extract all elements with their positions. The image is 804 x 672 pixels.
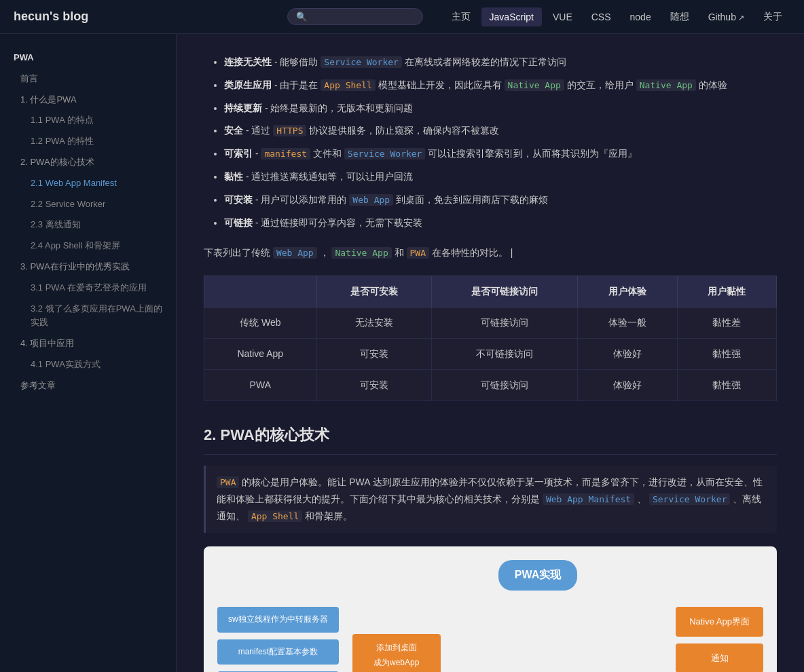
- text-installable-2: 到桌面，免去到应用商店下载的麻烦: [396, 194, 548, 205]
- table-row: PWA 可安装 可链接访问 体验好 黏性强: [204, 370, 777, 401]
- code-manifest-1: manifest: [261, 148, 310, 160]
- th-linkable: 是否可链接访问: [431, 276, 577, 307]
- keyword-indexable: 可索引: [224, 148, 253, 159]
- nav-node[interactable]: node: [622, 7, 659, 26]
- logo: hecun's blog: [14, 10, 88, 24]
- code-app-shell: App Shell: [321, 79, 375, 91]
- keyword-sticky: 黏性: [224, 171, 243, 182]
- code-pwa: PWA: [407, 247, 429, 259]
- list-item-indexable: 可索引 - manifest 文件和 Service Worker 可以让搜索引…: [224, 146, 777, 162]
- sidebar-item-pwa[interactable]: PWA: [0, 48, 176, 69]
- text-native-2: 模型基础上开发，因此应具有: [378, 79, 505, 90]
- comparison-text-2: ，: [320, 247, 329, 258]
- sidebar-item-core-tech[interactable]: 2. PWA的核心技术: [0, 152, 176, 173]
- code-https: HTTPS: [273, 125, 306, 136]
- sidebar-item-what-pwa[interactable]: 1. 什么是PWA: [0, 90, 176, 111]
- code-wam: Web App Manifest: [543, 493, 634, 505]
- td-native-ux: 体验好: [578, 338, 677, 369]
- sidebar-item-characteristics[interactable]: 1.2 PWA 的特性: [0, 131, 176, 152]
- table-row: 传统 Web 无法安装 可链接访问 体验一般 黏性差: [204, 307, 777, 338]
- diag-box-native-ui: Native App界面: [676, 607, 763, 636]
- code-service-worker-1: Service Worker: [321, 56, 402, 68]
- sidebar-item-iqiyi[interactable]: 3.1 PWA 在爱奇艺登录的应用: [0, 278, 176, 299]
- comparison-text-3: 和: [395, 247, 407, 258]
- text-sticky: - 通过推送离线通知等，可以让用户回流: [246, 171, 414, 182]
- search-bar[interactable]: 🔍: [287, 8, 423, 25]
- list-item-installable: 可安装 - 用户可以添加常用的 Web App 到桌面，免去到应用商店下载的麻烦: [224, 192, 777, 208]
- code-pwa-intro: PWA: [217, 477, 239, 488]
- sidebar-item-pwa-practice[interactable]: 4.1 PWA实践方式: [0, 354, 176, 375]
- pwa-end: 和骨架屏。: [305, 510, 352, 521]
- search-input[interactable]: [311, 12, 414, 22]
- table-row: Native App 可安装 不可链接访问 体验好 黏性强: [204, 338, 777, 369]
- list-item-sticky: 黏性 - 通过推送离线通知等，可以让用户回流: [224, 169, 777, 185]
- text-connectivity: - 能够借助: [274, 56, 321, 67]
- code-service-worker-2: Service Worker: [344, 148, 426, 160]
- nav-about[interactable]: 关于: [755, 7, 790, 27]
- td-pwa-install: 可安装: [316, 370, 431, 401]
- code-appshell: App Shell: [248, 510, 302, 522]
- text-native-1: - 由于是在: [274, 79, 321, 90]
- td-web-install: 无法安装: [316, 307, 431, 338]
- text-indexable-3: 可以让搜索引擎索引到，从而将其识别为『应用』: [428, 148, 637, 159]
- list-item-update: 持续更新 - 始终是最新的，无版本和更新问题: [224, 100, 777, 117]
- code-native-app-2: Native App: [636, 79, 696, 91]
- main-content: 连接无关性 - 能够借助 Service Worker 在离线或者网络较差的情况…: [177, 34, 804, 672]
- text-native-4: 的体验: [699, 79, 727, 90]
- feature-list: 连接无关性 - 能够借助 Service Worker 在离线或者网络较差的情况…: [204, 54, 777, 231]
- keyword-security: 安全: [224, 125, 243, 136]
- nav-vue[interactable]: VUE: [545, 7, 581, 26]
- td-native-sticky: 黏性强: [677, 338, 776, 369]
- th-empty: [204, 276, 317, 307]
- nav-home[interactable]: 主页: [443, 7, 479, 27]
- text-native-3: 的交互，给用户: [567, 79, 636, 90]
- td-web-link: 可链接访问: [431, 307, 577, 338]
- sidebar-item-project[interactable]: 4. 项目中应用: [0, 333, 176, 354]
- sidebar-item-industry[interactable]: 3. PWA在行业中的优秀实践: [0, 257, 176, 278]
- diagram-body: sw独立线程作为中转服务器 manifest配置基本参数 https建立安全链接…: [217, 607, 763, 672]
- code-sw: Service Worker: [649, 493, 731, 505]
- td-web-name: 传统 Web: [204, 307, 317, 338]
- td-web-ux: 体验一般: [578, 307, 677, 338]
- code-native-app-1: Native App: [505, 79, 564, 91]
- keyword-update: 持续更新: [224, 102, 262, 113]
- keyword-installable: 可安装: [224, 194, 253, 205]
- text-indexable-2: 文件和: [313, 148, 344, 159]
- comparison-text-4: 在各特性的对比。: [432, 247, 508, 258]
- nav-javascript[interactable]: JavaScript: [481, 7, 542, 26]
- sidebar-item-service-worker[interactable]: 2.2 Service Worker: [0, 194, 176, 215]
- diag-box-manifest: manifest配置基本参数: [217, 639, 339, 665]
- keyword-connectivity: 连接无关性: [224, 56, 272, 67]
- nav-css[interactable]: CSS: [583, 7, 619, 26]
- diagram-middle-col: 添加到桌面成为webApp 作为Chrome的子程序: [352, 607, 441, 672]
- text-installable-1: - 用户可以添加常用的: [255, 194, 349, 205]
- td-native-name: Native App: [204, 338, 317, 369]
- diag-box-sw: sw独立线程作为中转服务器: [217, 607, 339, 633]
- comparison-text-1: 下表列出了传统: [204, 247, 273, 258]
- list-item-native-like: 类原生应用 - 由于是在 App Shell 模型基础上开发，因此应具有 Nat…: [224, 77, 777, 94]
- table-header-row: 是否可安装 是否可链接访问 用户体验 用户黏性: [204, 276, 777, 307]
- th-installable: 是否可安装: [316, 276, 431, 307]
- td-pwa-name: PWA: [204, 370, 317, 401]
- code-web: Web App: [273, 247, 317, 259]
- text-update: - 始终是最新的，无版本和更新问题: [265, 102, 414, 113]
- list-item-security: 安全 - 通过 HTTPS 协议提供服务，防止窥探，确保内容不被篡改: [224, 123, 777, 139]
- pwa-intro-block: PWA 的核心是用户体验。能让 PWA 达到原生应用的体验并不仅仅依赖于某一项技…: [204, 466, 777, 534]
- text-linkable: - 通过链接即可分享内容，无需下载安装: [255, 217, 423, 228]
- sidebar-item-preface[interactable]: 前言: [0, 69, 176, 90]
- nav-github[interactable]: Github: [700, 7, 752, 26]
- code-native-app-3: Native App: [331, 247, 391, 259]
- sidebar-item-references[interactable]: 参考文章: [0, 375, 176, 396]
- sidebar-item-eleme[interactable]: 3.2 饿了么多页应用在PWA上面的实践: [0, 299, 176, 334]
- diagram-right-col: Native App界面 通知 跨平台 持续更新 可索引: [676, 607, 763, 672]
- sidebar-item-offline-notify[interactable]: 2.3 离线通知: [0, 214, 176, 236]
- pwa-diagram: PWA实现 sw独立线程作为中转服务器 manifest配置基本参数 https…: [204, 546, 777, 672]
- diag-box-notify: 通知: [676, 643, 763, 672]
- th-ux: 用户体验: [578, 276, 677, 307]
- nav-random[interactable]: 随想: [662, 7, 697, 27]
- pwa-sep1: 、: [637, 493, 649, 504]
- sidebar-item-app-shell[interactable]: 2.4 App Shell 和骨架屏: [0, 236, 176, 257]
- sidebar-item-web-app-manifest[interactable]: 2.1 Web App Manifest: [0, 173, 176, 194]
- th-sticky: 用户黏性: [677, 276, 776, 307]
- sidebar-item-features[interactable]: 1.1 PWA 的特点: [0, 110, 176, 131]
